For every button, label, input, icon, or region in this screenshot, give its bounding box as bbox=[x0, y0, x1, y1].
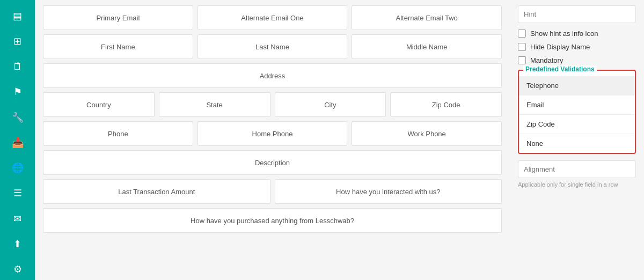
main-content: Primary Email Alternate Email One Altern… bbox=[35, 0, 510, 280]
mandatory-checkbox-row: Mandatory bbox=[518, 56, 636, 64]
flag-icon[interactable]: ⚑ bbox=[7, 82, 28, 102]
upload-icon[interactable]: ⬆ bbox=[7, 233, 28, 254]
zip-code-field[interactable]: Zip Code bbox=[390, 92, 502, 117]
show-hint-label: Show hint as info icon bbox=[530, 30, 598, 38]
dropdown-item-telephone[interactable]: Telephone bbox=[519, 76, 635, 95]
alternate-email-one-field[interactable]: Alternate Email One bbox=[197, 5, 348, 30]
first-name-field[interactable]: First Name bbox=[43, 34, 193, 59]
hide-display-name-checkbox-row: Hide Display Name bbox=[518, 43, 636, 51]
address-field[interactable]: Address bbox=[43, 63, 502, 88]
purchase-field[interactable]: How have you purchased anything from Les… bbox=[43, 208, 502, 233]
hint-input[interactable] bbox=[518, 5, 636, 23]
primary-email-field[interactable]: Primary Email bbox=[43, 5, 193, 30]
name-row: First Name Last Name Middle Name bbox=[43, 34, 502, 59]
last-name-field[interactable]: Last Name bbox=[197, 34, 348, 59]
chart-icon[interactable]: ▤ bbox=[7, 5, 28, 26]
globe-icon[interactable]: 🌐 bbox=[7, 158, 28, 179]
list-icon[interactable]: ☰ bbox=[7, 183, 28, 204]
phone-field[interactable]: Phone bbox=[43, 121, 193, 146]
show-hint-checkbox-row: Show hint as info icon bbox=[518, 30, 636, 38]
alternate-email-two-field[interactable]: Alternate Email Two bbox=[352, 5, 502, 30]
last-transaction-amount-field[interactable]: Last Transaction Amount bbox=[43, 179, 270, 204]
alignment-note: Applicable only for single field in a ro… bbox=[518, 181, 636, 188]
city-field[interactable]: City bbox=[275, 92, 386, 117]
tool-icon[interactable]: 🔧 bbox=[7, 107, 28, 128]
country-field[interactable]: Country bbox=[43, 92, 155, 117]
phone-row: Phone Home Phone Work Phone bbox=[43, 121, 502, 146]
document-icon[interactable]: 🗒 bbox=[7, 56, 28, 77]
transaction-row: Last Transaction Amount How have you int… bbox=[43, 179, 502, 204]
mandatory-label: Mandatory bbox=[530, 56, 563, 64]
location-row: Country State City Zip Code bbox=[43, 92, 502, 117]
predefined-validations-legend: Predefined Validations bbox=[523, 65, 597, 73]
dropdown-item-email[interactable]: Email bbox=[519, 95, 635, 115]
work-phone-field[interactable]: Work Phone bbox=[352, 121, 502, 146]
address-row: Address bbox=[43, 63, 502, 88]
grid-icon[interactable]: ⊞ bbox=[7, 31, 28, 51]
middle-name-field[interactable]: Middle Name bbox=[352, 34, 502, 59]
sidebar: ▤ ⊞ 🗒 ⚑ 🔧 📥 🌐 ☰ ✉ ⬆ ⚙ bbox=[0, 0, 35, 280]
right-panel: Show hint as info icon Hide Display Name… bbox=[510, 0, 644, 280]
dropdown-item-none[interactable]: None bbox=[519, 134, 635, 153]
description-field[interactable]: Description bbox=[43, 150, 502, 175]
email-row: Primary Email Alternate Email One Altern… bbox=[43, 5, 502, 30]
description-row: Description bbox=[43, 150, 502, 175]
hide-display-name-checkbox[interactable] bbox=[518, 43, 526, 51]
mail-icon[interactable]: ✉ bbox=[7, 208, 28, 229]
show-hint-checkbox[interactable] bbox=[518, 30, 526, 38]
interaction-field[interactable]: How have you interacted with us? bbox=[275, 179, 502, 204]
state-field[interactable]: State bbox=[159, 92, 270, 117]
settings-icon[interactable]: ⚙ bbox=[7, 259, 28, 280]
inbox-icon[interactable]: 📥 bbox=[7, 132, 28, 153]
alignment-section: Applicable only for single field in a ro… bbox=[518, 160, 636, 188]
hide-display-name-label: Hide Display Name bbox=[530, 43, 590, 51]
mandatory-checkbox[interactable] bbox=[518, 56, 526, 64]
home-phone-field[interactable]: Home Phone bbox=[197, 121, 348, 146]
purchase-row: How have you purchased anything from Les… bbox=[43, 208, 502, 233]
alignment-input[interactable] bbox=[518, 160, 636, 178]
dropdown-item-zipcode[interactable]: Zip Code bbox=[519, 115, 635, 134]
predefined-validations-dropdown[interactable]: Predefined Validations Telephone Email Z… bbox=[518, 70, 636, 154]
